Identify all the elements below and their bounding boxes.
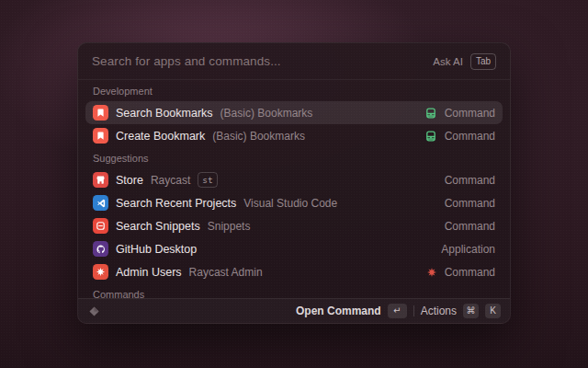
actions-label[interactable]: Actions — [421, 305, 457, 317]
item-type-label: Command — [445, 197, 495, 210]
section-header-commands: Commands — [85, 283, 503, 298]
search-bar[interactable]: Search for apps and commands... Ask AI T… — [78, 43, 510, 80]
raycast-logo-icon — [87, 305, 101, 318]
item-alias-badge: st — [198, 172, 217, 188]
snippets-icon — [93, 218, 108, 234]
open-command-label[interactable]: Open Command — [296, 305, 381, 317]
footer-actions: Open Command ↵ Actions ⌘ K — [296, 304, 501, 318]
item-subtitle: (Basic) Bookmarks — [212, 130, 305, 143]
k-key-badge: K — [485, 304, 501, 318]
item-type-label: Application — [441, 243, 495, 256]
raycast-window: Search for apps and commands... Ask AI T… — [77, 42, 511, 324]
item-title: Create Bookmark — [116, 130, 205, 143]
item-subtitle: Snippets — [208, 220, 251, 233]
bookmarks-icon — [93, 105, 108, 121]
list-item[interactable]: GitHub DesktopApplication — [85, 237, 503, 260]
list-item[interactable]: Search SnippetsSnippetsCommand — [85, 214, 503, 237]
item-type-label: Command — [445, 266, 495, 279]
book-icon — [424, 107, 437, 120]
item-type-label: Command — [445, 174, 495, 187]
desktop-background: Search for apps and commands... Ask AI T… — [0, 0, 588, 368]
item-subtitle: Raycast Admin — [189, 266, 263, 279]
book-icon — [424, 130, 437, 143]
item-title: Search Bookmarks — [116, 107, 213, 120]
github-desktop-icon — [93, 241, 108, 257]
admin-icon — [93, 264, 108, 280]
list-item[interactable]: Search Bookmarks(Basic) BookmarksCommand — [85, 101, 503, 124]
item-title: GitHub Desktop — [116, 243, 197, 256]
footer: Open Command ↵ Actions ⌘ K — [78, 298, 510, 323]
item-title: Admin Users — [116, 266, 182, 279]
vscode-icon — [93, 195, 108, 211]
item-type-label: Command — [445, 130, 495, 143]
section-header-suggestions: Suggestions — [85, 147, 503, 168]
ask-ai-label[interactable]: Ask AI — [433, 56, 463, 67]
search-input[interactable]: Search for apps and commands... — [92, 54, 425, 68]
enter-key-badge: ↵ — [388, 304, 407, 318]
list-item[interactable]: Admin UsersRaycast AdminCommand — [85, 260, 503, 283]
item-type-label: Command — [445, 220, 495, 233]
item-title: Store — [116, 174, 143, 187]
tab-key-badge: Tab — [470, 53, 496, 70]
cmd-key-badge: ⌘ — [463, 304, 479, 318]
item-subtitle: Visual Studio Code — [243, 197, 337, 210]
item-type-label: Command — [445, 107, 495, 120]
store-icon — [93, 172, 108, 188]
list-item[interactable]: StoreRaycaststCommand — [85, 168, 503, 191]
item-title: Search Recent Projects — [116, 197, 236, 210]
list-item[interactable]: Create Bookmark(Basic) BookmarksCommand — [85, 124, 503, 147]
bookmarks-icon — [93, 128, 108, 144]
item-subtitle: (Basic) Bookmarks — [220, 107, 313, 120]
list-item[interactable]: Search Recent ProjectsVisual Studio Code… — [85, 191, 503, 214]
admin-badge-icon — [426, 267, 437, 278]
results-list: DevelopmentSearch Bookmarks(Basic) Bookm… — [78, 80, 510, 298]
section-header-development: Development — [85, 80, 503, 101]
item-subtitle: Raycast — [151, 174, 190, 187]
footer-divider — [413, 305, 414, 316]
item-title: Search Snippets — [116, 220, 200, 233]
